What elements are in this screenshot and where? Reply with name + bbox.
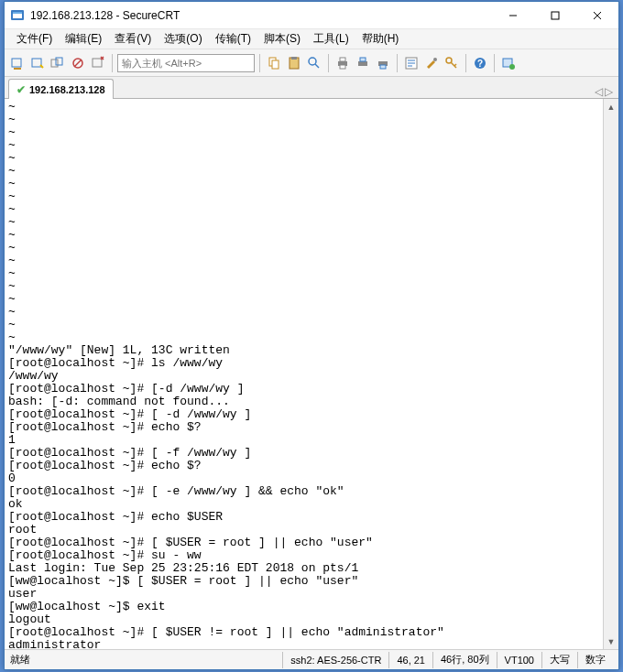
status-num: 数字 xyxy=(577,652,613,668)
tab-right-icon[interactable]: ▷ xyxy=(605,85,613,98)
svg-point-18 xyxy=(309,58,316,65)
svg-text:?: ? xyxy=(477,59,483,69)
tab-scroll: ◁ ▷ xyxy=(595,85,613,98)
svg-rect-2 xyxy=(13,12,22,14)
svg-rect-26 xyxy=(380,65,386,69)
print-icon[interactable] xyxy=(333,54,352,72)
app-window: 192.168.213.128 - SecureCRT 文件(F) 编辑(E) … xyxy=(4,1,619,670)
minimize-button[interactable] xyxy=(492,2,534,28)
svg-rect-23 xyxy=(358,61,367,66)
close-button[interactable] xyxy=(576,2,618,28)
app-icon xyxy=(10,8,25,23)
scroll-down-icon[interactable]: ▼ xyxy=(604,634,618,649)
svg-rect-13 xyxy=(93,59,102,67)
vertical-scrollbar[interactable]: ▲ ▼ xyxy=(603,99,618,649)
svg-line-12 xyxy=(74,60,82,67)
scroll-track[interactable] xyxy=(604,114,618,634)
svg-point-28 xyxy=(433,58,437,61)
toolbar-separator xyxy=(112,54,113,72)
sessions-icon[interactable] xyxy=(499,54,518,72)
toolbar-separator xyxy=(259,54,260,72)
toolbar-separator xyxy=(465,54,466,72)
svg-line-19 xyxy=(315,64,319,68)
titlebar: 192.168.213.128 - SecureCRT xyxy=(5,2,618,29)
terminal-area: ~ ~ ~ ~ ~ ~ ~ ~ ~ ~ ~ ~ ~ ~ ~ ~ ~ ~ ~ "/… xyxy=(5,99,618,649)
find-icon[interactable] xyxy=(305,54,323,72)
menu-options[interactable]: 选项(O) xyxy=(158,29,208,49)
menu-tools[interactable]: 工具(L) xyxy=(307,29,355,49)
maximize-button[interactable] xyxy=(534,2,576,28)
print-screen-icon[interactable] xyxy=(354,54,372,72)
status-emulation: VT100 xyxy=(497,652,541,668)
svg-rect-22 xyxy=(340,65,345,69)
tab-left-icon[interactable]: ◁ xyxy=(595,85,603,98)
help-icon[interactable]: ? xyxy=(471,54,489,72)
reconnect-icon[interactable] xyxy=(69,54,87,72)
connected-check-icon: ✔ xyxy=(16,83,26,96)
svg-rect-9 xyxy=(51,60,58,67)
window-controls xyxy=(492,2,618,28)
copy-icon[interactable] xyxy=(265,54,283,72)
status-size: 46行, 80列 xyxy=(432,652,497,668)
menu-help[interactable]: 帮助(H) xyxy=(355,29,406,49)
print-selection-icon[interactable] xyxy=(374,54,392,72)
toolbar-separator xyxy=(328,54,329,72)
status-protocol: ssh2: AES-256-CTR xyxy=(282,652,388,668)
statusbar: 就绪 ssh2: AES-256-CTR 46, 21 46行, 80列 VT1… xyxy=(5,649,618,669)
svg-rect-10 xyxy=(56,58,62,65)
menu-transfer[interactable]: 传输(T) xyxy=(209,29,257,49)
menubar: 文件(F) 编辑(E) 查看(V) 选项(O) 传输(T) 脚本(S) 工具(L… xyxy=(5,29,618,49)
status-cursor: 46, 21 xyxy=(388,652,432,668)
connect-tab-icon[interactable] xyxy=(49,54,67,72)
terminal[interactable]: ~ ~ ~ ~ ~ ~ ~ ~ ~ ~ ~ ~ ~ ~ ~ ~ ~ ~ ~ "/… xyxy=(5,99,603,649)
status-ready: 就绪 xyxy=(10,652,38,668)
toolbar: ? xyxy=(5,49,618,77)
window-title: 192.168.213.128 - SecureCRT xyxy=(30,9,492,22)
menu-file[interactable]: 文件(F) xyxy=(10,29,59,49)
toolbar-separator xyxy=(397,54,398,72)
host-input[interactable] xyxy=(117,54,255,72)
svg-point-33 xyxy=(509,64,515,70)
quick-connect-icon[interactable] xyxy=(28,54,47,72)
toolbar-separator xyxy=(494,54,495,72)
svg-rect-15 xyxy=(272,60,279,69)
menu-edit[interactable]: 编辑(E) xyxy=(59,29,108,49)
tabbar: ✔ 192.168.213.128 ◁ ▷ xyxy=(5,77,618,99)
paste-icon[interactable] xyxy=(285,54,303,72)
properties-icon[interactable] xyxy=(402,54,421,72)
svg-rect-7 xyxy=(12,59,21,67)
disconnect-icon[interactable] xyxy=(89,54,107,72)
menu-script[interactable]: 脚本(S) xyxy=(257,29,307,49)
key-icon[interactable] xyxy=(443,54,461,72)
svg-rect-24 xyxy=(360,58,366,61)
svg-rect-21 xyxy=(340,58,345,61)
svg-rect-17 xyxy=(291,57,297,60)
scroll-up-icon[interactable]: ▲ xyxy=(604,99,618,114)
tab-label: 192.168.213.128 xyxy=(29,84,105,95)
options-icon[interactable] xyxy=(422,54,441,72)
status-caps: 大写 xyxy=(541,652,577,668)
menu-view[interactable]: 查看(V) xyxy=(108,29,158,49)
svg-rect-4 xyxy=(552,12,559,19)
connect-icon[interactable] xyxy=(8,54,27,72)
session-tab[interactable]: ✔ 192.168.213.128 xyxy=(8,79,114,99)
